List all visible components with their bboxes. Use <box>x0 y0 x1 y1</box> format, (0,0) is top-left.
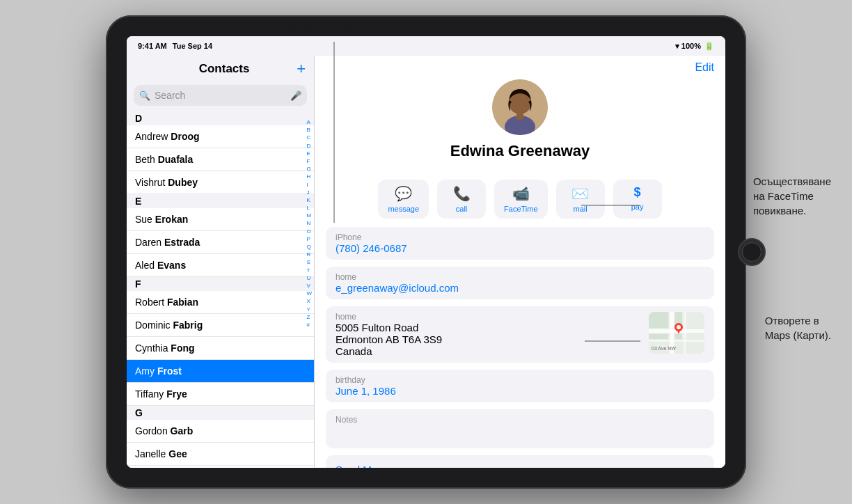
list-item[interactable]: Daren Estrada <box>127 231 314 254</box>
send-message-button[interactable]: Send Message <box>336 464 405 468</box>
facetime-icon: 📹 <box>512 185 530 202</box>
list-item[interactable]: Lisa Gee <box>127 466 314 468</box>
avatar <box>492 79 548 135</box>
battery-icon: 🔋 <box>704 42 714 51</box>
email-section: home e_greenaway@icloud.com <box>326 267 714 299</box>
svg-rect-12 <box>649 312 668 328</box>
birthday-row: birthday June 1, 1986 <box>326 370 714 402</box>
send-message-section: Send Message <box>326 455 714 468</box>
status-time: 9:41 AM <box>138 42 167 50</box>
contact-name: Edwina Greenaway <box>450 142 590 160</box>
mail-button[interactable]: ✉️ mail <box>556 180 605 219</box>
annotation-maps: Отворете вMaps (Карти). <box>765 315 831 341</box>
section-header-f: F <box>127 277 314 291</box>
email-row: home e_greenaway@icloud.com <box>326 267 714 299</box>
alpha-index: A B C D E F G H I J K L M N O <box>306 118 312 329</box>
contact-hero: Edwina Greenaway <box>315 79 725 171</box>
birthday-value[interactable]: June 1, 1986 <box>336 385 704 397</box>
search-bar[interactable]: 🔍 Search 🎤 <box>134 85 307 106</box>
annotation-message: Изпраща съобщение. <box>278 21 384 33</box>
message-button[interactable]: 💬 message <box>378 180 429 219</box>
list-item[interactable]: Aled Evans <box>127 254 314 277</box>
detail-header: Edit <box>315 56 725 79</box>
phone-value[interactable]: (780) 246-0687 <box>336 242 704 254</box>
message-label: message <box>388 205 419 213</box>
svg-point-18 <box>677 325 681 329</box>
section-header-g: G <box>127 406 314 420</box>
phone-section: iPhone (780) 246-0687 <box>326 227 714 260</box>
section-header-e: E <box>127 194 314 208</box>
facetime-label: FaceTime <box>504 205 538 213</box>
svg-rect-6 <box>516 113 523 120</box>
list-item[interactable]: Andrew Droog <box>127 125 314 148</box>
contacts-list: D Andrew Droog Beth Duafala Vishrut Dube… <box>127 111 314 468</box>
svg-text:03 Ave NW: 03 Ave NW <box>652 346 676 351</box>
address-section: home 5005 Fulton Road Edmonton AB T6A 3S… <box>326 306 714 363</box>
address-label: home <box>336 312 642 322</box>
section-header-d: D <box>127 111 314 125</box>
call-icon: 📞 <box>453 185 471 202</box>
email-value[interactable]: e_greenaway@icloud.com <box>336 282 704 294</box>
address-line3: Canada <box>336 345 642 357</box>
address-row: home 5005 Fulton Road Edmonton AB T6A 3S… <box>326 306 714 363</box>
list-item[interactable]: Robert Fabian <box>127 291 314 314</box>
message-icon: 💬 <box>395 185 412 202</box>
sidebar-header: Contacts + <box>127 56 314 82</box>
list-item[interactable]: Janelle Gee <box>127 443 314 466</box>
notes-body <box>326 427 714 448</box>
add-contact-button[interactable]: + <box>297 61 306 77</box>
call-button[interactable]: 📞 call <box>437 180 486 219</box>
status-bar: 9:41 AM Tue Sep 14 ▾ 100% 🔋 <box>127 36 725 56</box>
pay-label: pay <box>631 203 644 211</box>
svg-rect-11 <box>649 340 704 342</box>
facetime-button[interactable]: 📹 FaceTime <box>494 180 548 219</box>
list-item[interactable]: Sue Erokan <box>127 208 314 231</box>
list-item[interactable]: Tiffany Frye <box>127 383 314 406</box>
birthday-label: birthday <box>336 375 704 385</box>
mic-icon[interactable]: 🎤 <box>290 90 301 101</box>
ipad-frame: 9:41 AM Tue Sep 14 ▾ 100% 🔋 Contacts + <box>106 15 746 489</box>
phone-row: iPhone (780) 246-0687 <box>326 227 714 260</box>
action-buttons: 💬 message 📞 call 📹 FaceTime ✉️ <box>315 171 725 227</box>
pay-button[interactable]: $ pay <box>613 180 662 219</box>
mail-label: mail <box>573 205 587 213</box>
call-label: call <box>456 205 468 213</box>
list-item[interactable]: Dominic Fabrig <box>127 314 314 337</box>
contact-detail-panel: Edit <box>315 56 725 468</box>
svg-rect-14 <box>649 334 668 339</box>
search-placeholder: Search <box>155 90 286 101</box>
list-item-amy-frost[interactable]: Amy Frost <box>127 360 314 383</box>
ipad-screen: 9:41 AM Tue Sep 14 ▾ 100% 🔋 Contacts + <box>127 36 725 468</box>
list-item[interactable]: Vishrut Dubey <box>127 171 314 194</box>
birthday-section: birthday June 1, 1986 <box>326 370 714 402</box>
notes-section: Notes <box>326 409 714 448</box>
annotation-facetime: Осъществяванена FaceTimeповикване. <box>753 175 831 216</box>
notes-label: Notes <box>326 409 714 427</box>
list-item[interactable]: Cynthia Fong <box>127 337 314 360</box>
pay-icon: $ <box>634 185 641 200</box>
status-date: Tue Sep 14 <box>173 42 212 50</box>
edit-button[interactable]: Edit <box>695 61 714 74</box>
sidebar: Contacts + 🔍 Search 🎤 D Andrew Droog Bet… <box>127 56 315 468</box>
list-item[interactable]: Beth Duafala <box>127 148 314 171</box>
email-label: home <box>336 272 704 282</box>
main-content: Contacts + 🔍 Search 🎤 D Andrew Droog Bet… <box>127 56 725 468</box>
address-line2: Edmonton AB T6A 3S9 <box>336 333 642 345</box>
address-line1: 5005 Fulton Road <box>336 322 642 333</box>
list-item[interactable]: Gordon Garb <box>127 420 314 443</box>
phone-label: iPhone <box>336 233 704 242</box>
home-button[interactable] <box>738 238 766 266</box>
svg-rect-10 <box>684 312 686 354</box>
mail-icon: ✉️ <box>571 185 589 202</box>
wifi-icon: ▾ 100% <box>675 42 701 51</box>
search-icon: 🔍 <box>139 90 150 101</box>
address-text: home 5005 Fulton Road Edmonton AB T6A 3S… <box>336 312 642 357</box>
map-thumbnail[interactable]: 03 Ave NW <box>649 312 704 354</box>
svg-rect-15 <box>675 334 682 339</box>
sidebar-title: Contacts <box>152 62 297 76</box>
